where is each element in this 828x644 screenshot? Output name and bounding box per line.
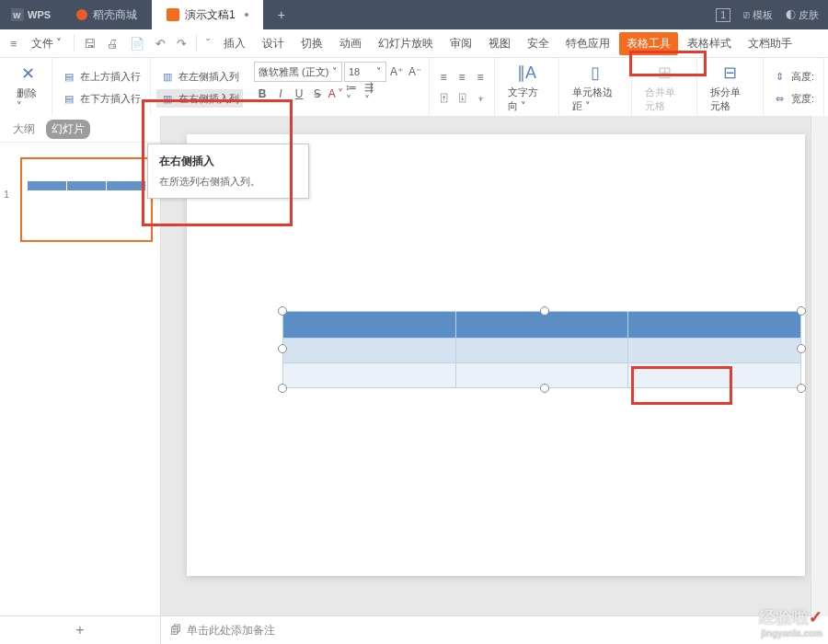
numbering-button[interactable]: ⇶ ˅	[364, 86, 381, 102]
slide-icon	[167, 8, 179, 21]
side-panel: 大纲 幻灯片 1	[0, 116, 161, 616]
menu-transition[interactable]: 切换	[293, 32, 330, 55]
valign-bottom-icon[interactable]: ⍖	[472, 89, 489, 106]
insert-col-right[interactable]: ▥ 在右侧插入列	[156, 89, 243, 108]
notes-icon: 🗐	[170, 624, 181, 637]
home-chevron[interactable]: ˇ	[201, 34, 214, 53]
slide-thumbnail[interactable]	[20, 157, 153, 242]
font-name-select[interactable]: 微软雅黑 (正文)˅	[254, 62, 342, 82]
col-left-icon: ▥	[160, 69, 175, 84]
notes-area[interactable]: 🗐 单击此处添加备注	[161, 623, 828, 638]
row-below-icon: ▤	[62, 91, 76, 106]
menu-doc-helper[interactable]: 文档助手	[741, 32, 799, 55]
italic-button[interactable]: I	[272, 86, 289, 102]
delete-icon: ✕	[17, 63, 39, 85]
cell-margin-icon: ▯	[584, 62, 606, 84]
indicator-badge: 1	[716, 8, 730, 22]
insert-col-left[interactable]: ▥ 在左侧插入列	[156, 67, 243, 86]
slides-tab[interactable]: 幻灯片	[46, 120, 90, 139]
slide-table[interactable]	[282, 311, 801, 388]
outline-tab[interactable]: 大纲	[7, 120, 40, 139]
save-icon[interactable]: 🖫	[79, 34, 100, 53]
footer: + 🗐 单击此处添加备注	[0, 615, 828, 644]
menu-file[interactable]: 文件 ˅	[24, 32, 69, 55]
undo-icon[interactable]: ↶	[151, 34, 170, 53]
ribbon: ✕ 删除 ˅ ▤ 在上方插入行 ▤ 在下方插入行 ▥ 在左侧插入列 ▥ 在右侧插…	[0, 58, 828, 118]
menu-design[interactable]: 设计	[255, 32, 292, 55]
merge-icon: ⊞	[653, 62, 675, 84]
text-direction-button[interactable]: ∥A 文字方向 ˅	[500, 58, 553, 117]
title-bar: W WPS 稻壳商城 演示文稿1 + 1 ⎚ 模板 ◐ 皮肤	[0, 0, 828, 29]
menu-icon[interactable]: ≡	[6, 34, 22, 53]
tooltip: 在右侧插入 在所选列右侧插入列。	[147, 144, 309, 199]
menu-bar: ≡ 文件 ˅ 🖫 🖨 📄 ↶ ↷ ˇ 插入 设计 切换 动画 幻灯片放映 审阅 …	[0, 29, 828, 58]
row-height[interactable]: ⇕ 高度:	[769, 67, 818, 86]
skin-link[interactable]: ◐ 皮肤	[786, 8, 819, 22]
valign-top-icon[interactable]: ⍐	[435, 89, 452, 106]
merge-cells-button: ⊞ 合并单元格	[638, 58, 692, 117]
tooltip-title: 在右侧插入	[159, 154, 297, 169]
underline-button[interactable]: U	[291, 86, 307, 102]
right-sidebar	[811, 116, 828, 616]
width-icon: ⇔	[773, 91, 788, 106]
valign-middle-icon[interactable]: ⍗	[454, 89, 470, 106]
decrease-font-icon[interactable]: A⁻	[407, 63, 423, 80]
watermark: 经验啦✓ jingyanla.com	[759, 606, 822, 638]
cell-margin-button[interactable]: ▯ 单元格边距 ˅	[565, 58, 626, 117]
delete-button[interactable]: ✕ 删除 ˅	[9, 59, 46, 116]
split-cells-button[interactable]: ⊟ 拆分单元格	[703, 58, 757, 117]
thumb-number: 1	[4, 189, 9, 200]
menu-view[interactable]: 视图	[481, 32, 518, 55]
redo-icon[interactable]: ↷	[172, 34, 191, 53]
strike-button[interactable]: S̶	[309, 86, 326, 102]
print-icon[interactable]: 🖨	[102, 34, 123, 53]
menu-insert[interactable]: 插入	[216, 32, 253, 55]
menu-review[interactable]: 审阅	[443, 32, 479, 55]
font-size-select[interactable]: 18˅	[344, 62, 386, 82]
wps-logo: W WPS	[0, 8, 62, 21]
menu-security[interactable]: 安全	[520, 32, 557, 55]
menu-table-tools[interactable]: 表格工具	[619, 32, 678, 55]
col-right-icon: ▥	[160, 91, 175, 106]
align-right-icon[interactable]: ≡	[472, 69, 489, 86]
insert-row-below[interactable]: ▤ 在下方插入行	[58, 89, 144, 108]
menu-features[interactable]: 特色应用	[558, 32, 617, 55]
preview-icon[interactable]: 📄	[125, 34, 149, 53]
col-width[interactable]: ⇔ 宽度:	[769, 89, 818, 108]
row-above-icon: ▤	[62, 69, 76, 84]
menu-animation[interactable]: 动画	[332, 32, 369, 55]
menu-table-style[interactable]: 表格样式	[680, 32, 739, 55]
increase-font-icon[interactable]: A⁺	[388, 63, 405, 80]
menu-slideshow[interactable]: 幻灯片放映	[371, 32, 441, 55]
new-tab[interactable]: +	[263, 0, 300, 29]
svg-text:W: W	[13, 11, 21, 20]
font-color-button[interactable]: A ˅	[328, 86, 344, 102]
height-icon: ⇕	[773, 69, 788, 84]
align-center-icon[interactable]: ≡	[454, 69, 470, 86]
split-icon: ⊟	[719, 62, 742, 84]
flame-icon	[76, 9, 87, 20]
insert-row-above[interactable]: ▤ 在上方插入行	[58, 67, 144, 86]
bullets-button[interactable]: ≔ ˅	[346, 86, 362, 102]
slide[interactable]	[187, 134, 805, 576]
tooltip-body: 在所选列右侧插入列。	[159, 175, 297, 189]
text-direction-icon: ∥A	[515, 62, 537, 84]
bold-button[interactable]: B	[254, 86, 270, 102]
modified-dot	[245, 13, 248, 17]
tab-store[interactable]: 稻壳商城	[62, 0, 152, 29]
templates-link[interactable]: ⎚ 模板	[743, 8, 773, 22]
tab-document[interactable]: 演示文稿1	[152, 0, 263, 29]
align-left-icon[interactable]: ≡	[435, 69, 452, 86]
add-slide-button[interactable]: +	[0, 616, 161, 644]
